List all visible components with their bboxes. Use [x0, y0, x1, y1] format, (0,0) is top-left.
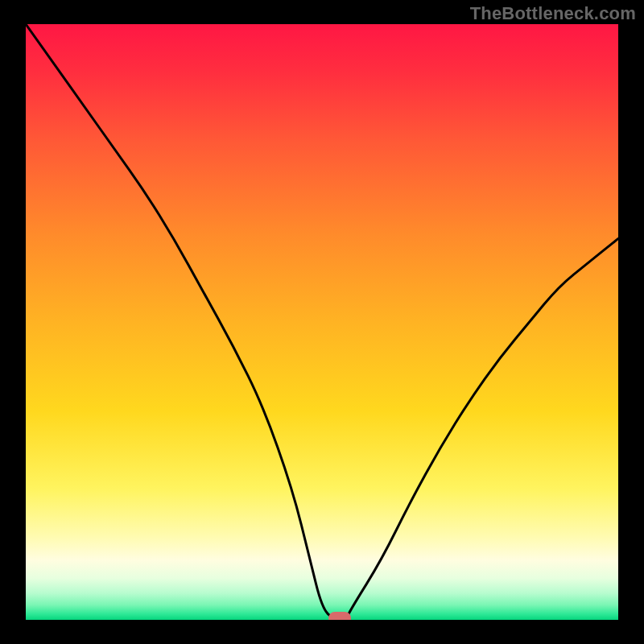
watermark-text: TheBottleneck.com: [470, 3, 636, 24]
plot-area: [26, 24, 618, 620]
bottleneck-chart: [26, 24, 618, 620]
chart-frame: TheBottleneck.com: [0, 0, 644, 644]
optimal-marker: [328, 612, 351, 620]
